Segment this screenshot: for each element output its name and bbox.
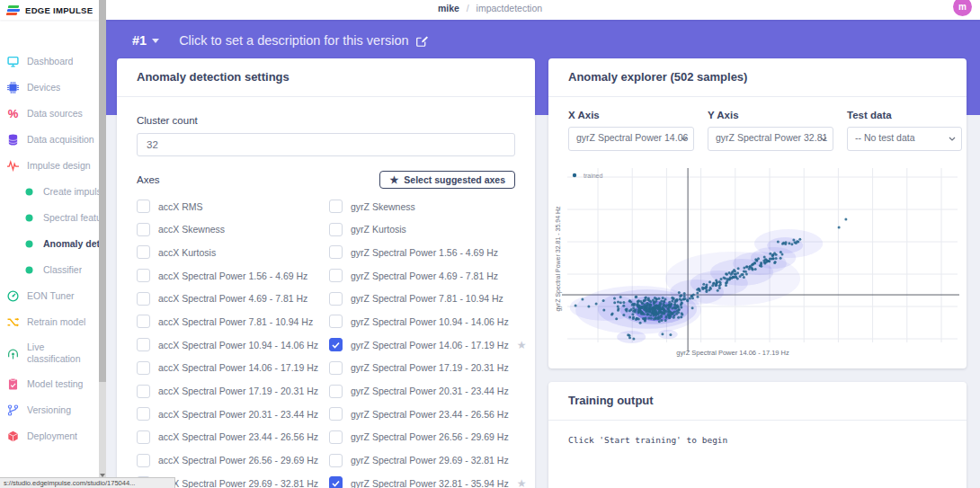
checkbox-unchecked[interactable]: [137, 315, 150, 328]
axis-checkbox-row[interactable]: gyrZ Skewness: [329, 200, 526, 213]
user-avatar[interactable]: m: [953, 0, 972, 16]
checkbox-unchecked[interactable]: [329, 269, 343, 282]
anomaly-scatter-chart[interactable]: trainedgyrZ Spectral Power 32.81 - 35.94…: [553, 164, 962, 358]
select-suggested-axes-button[interactable]: ★ Select suggested axes: [379, 171, 515, 189]
scatter-point: [754, 268, 757, 271]
axis-checkbox-row[interactable]: gyrZ Spectral Power 7.81 - 10.94 Hz: [329, 292, 526, 306]
scatter-point: [729, 276, 732, 279]
sidebar-item-devices[interactable]: Devices: [0, 75, 99, 101]
sidebar-scrollbar-thumb[interactable]: [99, 0, 106, 382]
antenna-icon: [7, 348, 19, 359]
sidebar-item-versioning[interactable]: Versioning: [0, 397, 99, 423]
sidebar-item-label: Anomaly detection: [43, 238, 99, 250]
sidebar-item-anomaly-detection[interactable]: Anomaly detection: [0, 231, 99, 257]
scatter-point: [658, 304, 661, 306]
test-data-select[interactable]: -- No test data: [847, 127, 962, 151]
scatter-point: [613, 301, 616, 304]
scatter-point: [709, 286, 712, 288]
checkbox-checked[interactable]: [329, 338, 343, 351]
axis-checkbox-row[interactable]: gyrZ Spectral Power 4.69 - 7.81 Hz: [329, 269, 526, 282]
checkbox-unchecked[interactable]: [329, 454, 343, 467]
scatter-point: [705, 290, 708, 293]
sidebar-item-eon-tuner[interactable]: EON Tuner: [0, 283, 99, 309]
scatter-point: [653, 302, 655, 305]
gauge-icon: [7, 290, 19, 302]
sidebar-item-spectral-features[interactable]: Spectral features: [0, 205, 99, 231]
y-axis-label: Y Axis: [708, 110, 833, 120]
checkbox-unchecked[interactable]: [137, 361, 150, 375]
sidebar-scrollbar[interactable]: [99, 0, 106, 488]
checkbox-unchecked[interactable]: [137, 385, 150, 398]
checkbox-unchecked[interactable]: [137, 430, 150, 444]
sidebar-item-impulse-design[interactable]: Impulse design: [0, 153, 99, 179]
checkbox-unchecked[interactable]: [329, 200, 343, 213]
checkbox-unchecked[interactable]: [329, 315, 343, 328]
checkbox-unchecked[interactable]: [137, 245, 150, 259]
breadcrumb-project[interactable]: impactdetection: [477, 3, 543, 13]
axis-checkbox-row[interactable]: gyrZ Spectral Power 26.56 - 29.69 Hz: [329, 430, 526, 444]
checkbox-unchecked[interactable]: [137, 269, 150, 282]
sidebar-item-deployment[interactable]: Deployment: [0, 423, 99, 449]
checkbox-unchecked[interactable]: [329, 223, 343, 236]
checkbox-unchecked[interactable]: [329, 245, 343, 259]
breadcrumb-user[interactable]: mike: [438, 3, 459, 13]
checkbox-unchecked[interactable]: [329, 385, 343, 398]
scatter-point: [732, 276, 735, 279]
checkbox-unchecked[interactable]: [137, 200, 150, 213]
axis-checkbox-row[interactable]: gyrZ Kurtosis: [329, 223, 526, 236]
checkbox-unchecked[interactable]: [137, 407, 150, 421]
cluster-count-input[interactable]: [137, 133, 515, 156]
x-axis-select[interactable]: gyrZ Spectral Power 14.06: [568, 127, 694, 151]
scatter-point: [795, 242, 797, 244]
axis-checkbox-row[interactable]: gyrZ Spectral Power 14.06 - 17.19 Hz★: [329, 338, 526, 351]
axis-checkbox-row[interactable]: gyrZ Spectral Power 10.94 - 14.06 Hz: [329, 315, 526, 328]
axis-checkbox-row[interactable]: gyrZ Spectral Power 23.44 - 26.56 Hz: [329, 407, 526, 421]
app-root: { "header": { "breadcrumb_user": "mike",…: [0, 0, 980, 488]
axis-checkbox-row[interactable]: accX Spectral Power 20.31 - 23.44 Hz: [137, 407, 318, 421]
axis-checkbox-row[interactable]: gyrZ Spectral Power 17.19 - 20.31 Hz: [329, 361, 526, 375]
checkbox-unchecked[interactable]: [137, 223, 150, 236]
axis-checkbox-row[interactable]: accX Skewness: [137, 223, 318, 236]
axis-checkbox-row[interactable]: accX Spectral Power 7.81 - 10.94 Hz: [137, 315, 318, 328]
axis-checkbox-row[interactable]: gyrZ Spectral Power 1.56 - 4.69 Hz: [329, 245, 526, 259]
sidebar-item-dashboard[interactable]: Dashboard: [0, 49, 99, 75]
scatter-point: [736, 277, 739, 279]
axis-checkbox-row[interactable]: accX Spectral Power 1.56 - 4.69 Hz: [137, 269, 318, 282]
checkbox-unchecked[interactable]: [137, 454, 150, 467]
y-axis-select[interactable]: gyrZ Spectral Power 32.81: [708, 127, 833, 151]
sidebar-item-live-classification[interactable]: Live classification: [0, 335, 99, 371]
version-description-button[interactable]: Click to set a description for this vers…: [179, 33, 427, 48]
axis-checkbox-row[interactable]: gyrZ Spectral Power 32.81 - 35.94 Hz★: [329, 476, 526, 488]
sidebar-item-create-impulse[interactable]: Create impulse: [0, 179, 99, 205]
axis-checkbox-row[interactable]: accX Spectral Power 10.94 - 14.06 Hz: [137, 338, 318, 351]
training-card-title: Training output: [548, 382, 967, 421]
scatter-point: [773, 252, 776, 254]
sidebar-item-retrain-model[interactable]: Retrain model: [0, 309, 99, 335]
axis-checkbox-row[interactable]: gyrZ Spectral Power 20.31 - 23.44 Hz: [329, 385, 526, 398]
axis-checkbox-row[interactable]: accX Kurtosis: [137, 245, 318, 259]
axis-checkbox-row[interactable]: accX Spectral Power 23.44 - 26.56 Hz: [137, 430, 318, 444]
axis-checkbox-row[interactable]: accX Spectral Power 4.69 - 7.81 Hz: [137, 292, 318, 306]
sidebar-item-model-testing[interactable]: Model testing: [0, 371, 99, 397]
checkbox-checked[interactable]: [329, 476, 343, 488]
sidebar-item-label: Dashboard: [27, 56, 73, 67]
axis-checkbox-row[interactable]: accX Spectral Power 14.06 - 17.19 Hz: [137, 361, 318, 375]
scatter-point: [668, 316, 671, 319]
checkbox-unchecked[interactable]: [329, 361, 343, 375]
sidebar-item-classifier[interactable]: Classifier: [0, 257, 99, 283]
scatter-point: [673, 297, 675, 299]
checkbox-unchecked[interactable]: [137, 292, 150, 306]
checkbox-unchecked[interactable]: [137, 338, 150, 351]
scatter-point: [637, 300, 639, 303]
axis-checkbox-row[interactable]: accX Spectral Power 17.19 - 20.31 Hz: [137, 385, 318, 398]
axis-checkbox-row[interactable]: accX Spectral Power 26.56 - 29.69 Hz: [137, 454, 318, 467]
checkbox-unchecked[interactable]: [329, 292, 343, 306]
sidebar-item-data-sources[interactable]: %Data sources: [0, 101, 99, 127]
axis-checkbox-row[interactable]: accX RMS: [137, 200, 318, 213]
edge-impulse-logo[interactable]: EDGE IMPULSE: [0, 0, 106, 20]
sidebar-item-data-acquisition[interactable]: Data acquisition: [0, 127, 99, 153]
checkbox-unchecked[interactable]: [329, 407, 343, 421]
axis-checkbox-row[interactable]: gyrZ Spectral Power 29.69 - 32.81 Hz: [329, 454, 526, 467]
version-dropdown[interactable]: #1: [132, 33, 159, 48]
checkbox-unchecked[interactable]: [329, 430, 343, 444]
